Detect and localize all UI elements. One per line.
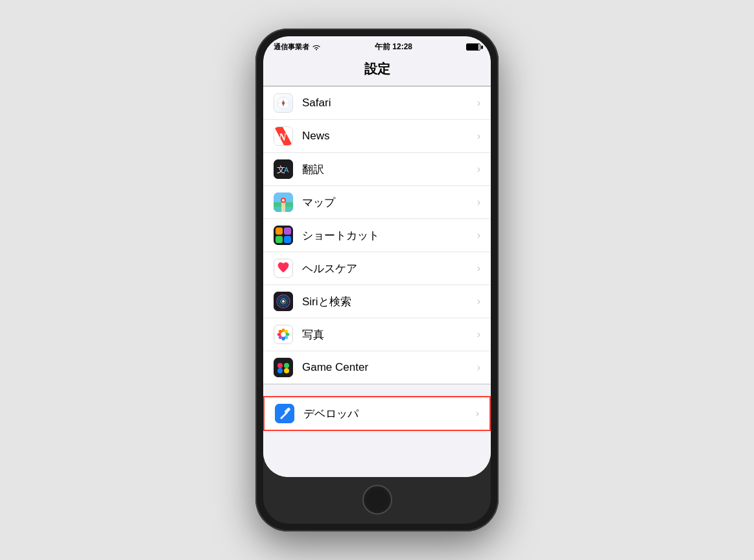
- battery-fill: [467, 44, 478, 50]
- safari-icon: [274, 93, 293, 113]
- screen: 通信事業者 午前 12:28 設定: [263, 36, 491, 477]
- svg-point-17: [282, 199, 285, 202]
- svg-point-42: [277, 368, 283, 373]
- gamecenter-icon: [274, 358, 293, 377]
- settings-item-maps[interactable]: マップ ›: [263, 186, 491, 219]
- photos-icon: [274, 325, 293, 344]
- siri-chevron: ›: [477, 296, 480, 307]
- shortcuts-chevron: ›: [477, 229, 480, 241]
- gamecenter-label: Game Center: [302, 361, 472, 374]
- svg-rect-21: [276, 236, 283, 243]
- developer-icon: [275, 404, 294, 423]
- settings-list: Safari › N News ›: [263, 86, 491, 384]
- gamecenter-chevron: ›: [477, 362, 480, 373]
- section-gap: [263, 384, 491, 396]
- maps-label: マップ: [302, 195, 472, 210]
- svg-point-41: [284, 363, 289, 368]
- svg-point-43: [284, 368, 289, 373]
- shortcuts-label: ショートカット: [302, 228, 472, 243]
- settings-item-shortcuts[interactable]: ショートカット ›: [263, 219, 491, 252]
- status-time: 午前 12:28: [375, 41, 412, 52]
- maps-chevron: ›: [477, 196, 480, 208]
- translate-icon-svg: 文 A: [274, 159, 293, 179]
- news-label: News: [302, 130, 472, 143]
- settings-item-developer[interactable]: デベロッパ ›: [265, 397, 489, 430]
- home-button-area: [263, 477, 491, 524]
- svg-text:N: N: [278, 131, 287, 143]
- status-bar: 通信事業者 午前 12:28: [263, 36, 491, 55]
- shortcuts-icon: [274, 226, 293, 245]
- carrier-label: 通信事業者: [274, 42, 309, 52]
- siri-label: Siriと検索: [302, 294, 472, 309]
- settings-item-safari[interactable]: Safari ›: [263, 87, 491, 120]
- home-button[interactable]: [362, 485, 392, 515]
- svg-rect-22: [284, 236, 291, 243]
- translate-label: 翻訳: [302, 162, 472, 177]
- phone-inner: 通信事業者 午前 12:28 設定: [263, 36, 491, 524]
- settings-item-photos[interactable]: 写真 ›: [263, 318, 491, 351]
- safari-chevron: ›: [477, 97, 480, 109]
- settings-item-translate[interactable]: 文 A 翻訳 ›: [263, 153, 491, 186]
- photos-chevron: ›: [477, 329, 480, 340]
- page-title: 設定: [263, 55, 491, 86]
- translate-chevron: ›: [477, 163, 480, 175]
- svg-rect-39: [274, 358, 293, 377]
- svg-point-28: [282, 300, 285, 303]
- maps-icon: [274, 192, 293, 212]
- settings-item-health[interactable]: ヘルスケア ›: [263, 252, 491, 285]
- svg-point-38: [281, 332, 285, 336]
- wifi-icon: [312, 44, 321, 51]
- safari-label: Safari: [302, 97, 472, 110]
- developer-label: デベロッパ: [303, 406, 471, 421]
- developer-chevron: ›: [476, 408, 479, 419]
- settings-item-gamecenter[interactable]: Game Center ›: [263, 351, 491, 384]
- settings-item-news[interactable]: N News ›: [263, 120, 491, 153]
- maps-icon-svg: [274, 192, 293, 212]
- svg-rect-19: [276, 228, 283, 235]
- status-left: 通信事業者: [274, 42, 321, 52]
- news-chevron: ›: [477, 130, 480, 142]
- developer-section: デベロッパ ›: [263, 396, 491, 431]
- settings-item-siri[interactable]: Siriと検索 ›: [263, 285, 491, 318]
- gamecenter-icon-svg: [274, 358, 293, 377]
- news-icon: N: [274, 126, 293, 146]
- siri-icon-svg: [274, 292, 293, 311]
- siri-icon: [274, 292, 293, 311]
- developer-icon-svg: [275, 404, 294, 423]
- health-label: ヘルスケア: [302, 261, 472, 276]
- battery-icon: [466, 43, 480, 51]
- news-icon-svg: N: [274, 126, 292, 146]
- photos-label: 写真: [302, 327, 472, 342]
- translate-icon: 文 A: [274, 159, 293, 179]
- svg-rect-20: [284, 228, 291, 235]
- phone-frame: 通信事業者 午前 12:28 設定: [255, 29, 499, 531]
- health-icon: [274, 259, 293, 278]
- photos-icon-svg: [274, 325, 292, 344]
- svg-point-40: [277, 363, 283, 368]
- status-right: [466, 43, 480, 51]
- health-chevron: ›: [477, 262, 480, 274]
- safari-icon-svg: [276, 96, 290, 110]
- health-icon-svg: [274, 259, 292, 278]
- bottom-fill: [263, 431, 491, 477]
- svg-text:A: A: [284, 166, 289, 174]
- shortcuts-icon-svg: [274, 226, 293, 245]
